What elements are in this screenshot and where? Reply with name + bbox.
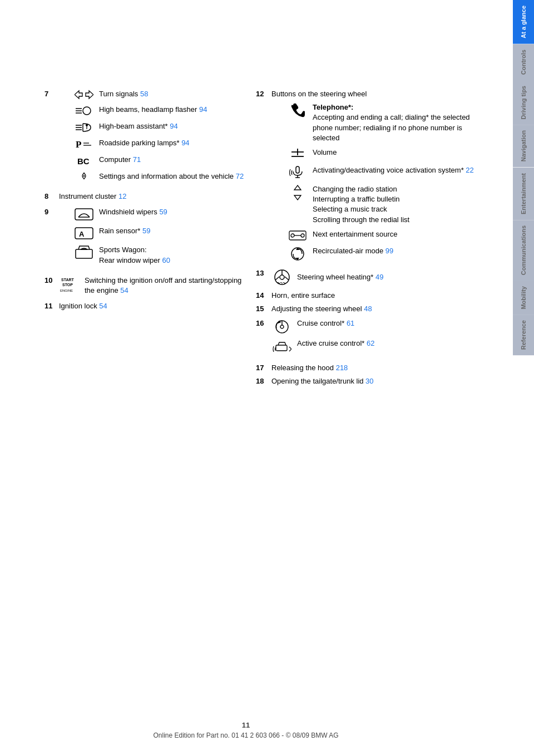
subitem-telephone-text: Telephone*: Accepting and ending a call;…: [313, 102, 491, 143]
svg-text:START: START: [61, 278, 75, 282]
item-14: 14 Horn, entire surface: [256, 291, 491, 301]
steering-wheel-heating-icon: [271, 268, 293, 286]
svg-marker-18: [82, 176, 86, 179]
right-column: 12 Buttons on the steering wheel Tel: [256, 89, 491, 390]
item-9-subitems: Windshield wipers 59 A Rai: [73, 207, 245, 269]
telephone-icon: [287, 102, 308, 118]
svg-marker-17: [82, 173, 86, 175]
subitem-high-beam-assistant-text: High-beam assistant* 94: [99, 121, 245, 131]
footer-text: Online Edition for Part no. 01 41 2 603 …: [153, 732, 338, 739]
item-7-subitems: Turn signals 58: [73, 89, 245, 186]
subitem-parking-lamps: P Roadside parking lamps* 94: [73, 138, 245, 150]
item-12: 12 Buttons on the steering wheel Tel: [256, 89, 491, 266]
item-18: 18 Opening the tailgate/trunk lid 30: [256, 376, 491, 386]
subitem-cruise-control-text: Cruise control* 61: [297, 318, 491, 328]
subitem-voice-activation-text: Activating/deactivating voice activation…: [313, 165, 491, 175]
item-10: 10 START STOP ENGINE Switching the ignit…: [44, 276, 245, 296]
cruise-control-icon: [271, 318, 293, 334]
item-16: 16: [256, 318, 491, 359]
item-11-text: Ignition lock 54: [59, 301, 245, 311]
left-column: 7 Turn signals 58: [44, 89, 245, 390]
svg-text:BC: BC: [77, 156, 90, 166]
subitem-active-cruise-text: Active cruise control* 62: [297, 338, 491, 348]
svg-point-37: [291, 234, 294, 237]
svg-marker-0: [75, 91, 82, 99]
sidebar-tab-at-a-glance[interactable]: At a glance: [513, 0, 534, 44]
sidebar-tab-controls[interactable]: Controls: [513, 44, 534, 80]
item-15-number: 15: [256, 305, 268, 313]
start-stop-icon: START STOP ENGINE: [59, 276, 80, 294]
svg-point-49: [280, 325, 284, 328]
item-10-number: 10: [44, 276, 57, 284]
subitem-high-beam-assistant: High-beam assistant* 94: [73, 121, 245, 134]
subitem-rear-wiper: Sports Wagon:Rear window wiper 60: [73, 245, 245, 265]
subitem-high-beams: High beams, headlamp flasher 94: [73, 105, 245, 117]
item-8-number: 8: [44, 192, 57, 200]
right-sidebar: At a glance Controls Driving tips Naviga…: [513, 0, 534, 756]
item-12-content: Buttons on the steering wheel Telephone*…: [271, 89, 491, 266]
subitem-cruise-control: Cruise control* 61: [271, 318, 491, 334]
item-17-number: 17: [256, 364, 268, 372]
sidebar-tab-navigation[interactable]: Navigation: [513, 125, 534, 167]
sidebar-tab-mobility[interactable]: Mobility: [513, 281, 534, 315]
settings-icon: [73, 171, 95, 179]
page-footer: 11 Online Edition for Part no. 01 41 2 6…: [0, 721, 492, 739]
parking-lamps-icon: P: [73, 138, 95, 150]
subitem-windshield-wipers: Windshield wipers 59: [73, 207, 245, 222]
high-beams-icon: [73, 105, 95, 117]
volume-icon: [287, 148, 308, 161]
item-9: 9: [44, 207, 245, 269]
svg-marker-1: [86, 91, 93, 99]
subitem-volume-text: Volume: [313, 148, 491, 158]
subitem-turn-signals-text: Turn signals 58: [99, 89, 245, 99]
svg-rect-23: [76, 249, 92, 258]
sidebar-tab-driving-tips[interactable]: Driving tips: [513, 80, 534, 125]
sidebar-tab-communications[interactable]: Communications: [513, 220, 534, 281]
turn-signals-icon: [73, 89, 95, 100]
item-9-number: 9: [44, 208, 57, 216]
item-10-text: Switching the ignition on/off and starti…: [85, 276, 245, 296]
item-16-number: 16: [256, 319, 268, 327]
item-15-text: Adjusting the steering wheel 48: [271, 304, 491, 314]
svg-rect-31: [296, 166, 299, 173]
item-15: 15 Adjusting the steering wheel 48: [256, 304, 491, 314]
page-container: 7 Turn signals 58: [0, 0, 534, 756]
item-17: 17 Releasing the hood 218: [256, 363, 491, 373]
subitem-voice-activation: Activating/deactivating voice activation…: [287, 165, 491, 180]
next-source-icon: [287, 229, 308, 242]
subitem-radio-station-text: Changing the radio station Interrupting …: [313, 184, 491, 225]
sidebar-tab-reference[interactable]: Reference: [513, 315, 534, 355]
item-14-number: 14: [256, 291, 268, 300]
svg-text:A: A: [79, 230, 85, 238]
subitem-volume: Volume: [287, 148, 491, 161]
item-8: 8 Instrument cluster 12: [44, 192, 245, 202]
item-13-text: Steering wheel heating* 49: [297, 272, 383, 282]
subitem-telephone: Telephone*: Accepting and ending a call;…: [287, 102, 491, 143]
svg-point-38: [301, 234, 304, 237]
item-14-text: Horn, entire surface: [271, 291, 491, 301]
two-col-layout: 7 Turn signals 58: [44, 89, 491, 390]
svg-text:P: P: [76, 139, 81, 150]
high-beam-assistant-icon: [73, 121, 95, 134]
subitem-high-beams-text: High beams, headlamp flasher 94: [99, 105, 245, 115]
item-12-heading: Buttons on the steering wheel: [271, 89, 491, 99]
item-18-text: Opening the tailgate/trunk lid 30: [271, 376, 491, 386]
subitem-settings: Settings and information about the vehic…: [73, 171, 245, 181]
rear-wiper-icon: [73, 245, 95, 261]
subitem-settings-text: Settings and information about the vehic…: [99, 171, 245, 181]
svg-point-5: [83, 107, 91, 115]
subitem-windshield-wipers-text: Windshield wipers 59: [99, 207, 245, 217]
voice-activation-icon: [287, 165, 308, 180]
sidebar-tab-entertainment[interactable]: Entertainment: [513, 168, 534, 220]
subitem-computer: BC Computer 71: [73, 155, 245, 167]
item-18-number: 18: [256, 377, 268, 385]
subitem-rain-sensor: A Rain sensor* 59: [73, 226, 245, 240]
item-12-number: 12: [256, 90, 268, 98]
item-13-content: Steering wheel heating* 49: [271, 268, 383, 286]
subitem-parking-lamps-text: Roadside parking lamps* 94: [99, 138, 245, 148]
subitem-computer-text: Computer 71: [99, 155, 245, 165]
svg-point-44: [280, 275, 284, 279]
radio-station-icon: [287, 184, 308, 201]
item-17-text: Releasing the hood 218: [271, 363, 491, 373]
item-7-number: 7: [44, 90, 57, 98]
